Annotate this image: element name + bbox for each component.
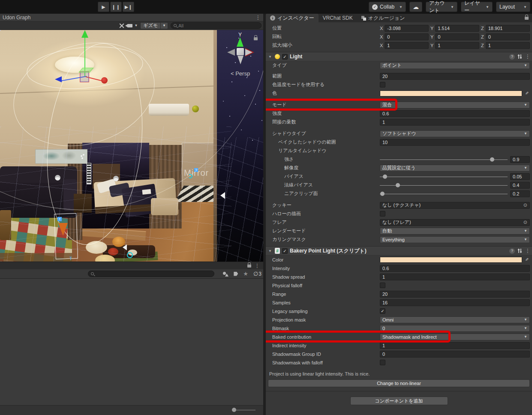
slider-value-field[interactable]: 0.2 (510, 190, 530, 197)
dropdown-9[interactable]: Shadowmask and Indirect▼ (380, 334, 530, 340)
value-field[interactable]: 1 (380, 274, 530, 280)
object-field[interactable]: なし (フレア)⊙ (380, 219, 530, 226)
change-to-nonlinear-button[interactable]: Change to non-linear (268, 379, 530, 387)
tools-icon[interactable] (119, 23, 125, 29)
search-by-type-icon[interactable] (223, 271, 228, 277)
transform-value-field[interactable]: 1 (385, 42, 429, 49)
gizmo-left-cone[interactable] (227, 49, 235, 56)
cloud-button[interactable]: ☁ (409, 2, 422, 12)
value-field[interactable]: 0.6 (380, 110, 530, 117)
value-field[interactable]: 20 (380, 291, 530, 298)
eyedropper-icon[interactable]: ✎ (524, 257, 530, 262)
transform-value-field[interactable]: 0 (385, 33, 429, 40)
transform-value-field[interactable]: 1 (435, 42, 479, 49)
dropdown-19[interactable]: Everything▼ (380, 236, 530, 243)
search-by-label-icon[interactable] (234, 272, 238, 276)
slider-knob[interactable] (383, 174, 387, 179)
transform-value-field[interactable]: 1.514 (435, 25, 479, 32)
speaker-icon[interactable] (123, 244, 127, 250)
component-header-light[interactable]: ▼✓Light?⋮ (266, 52, 532, 61)
value-field[interactable]: 20 (380, 73, 530, 80)
scene-search-input[interactable] (178, 23, 258, 28)
gizmos-dropdown[interactable]: ギズモ ▼ (140, 22, 168, 29)
dropdown-18[interactable]: 自動▼ (380, 228, 530, 235)
slider-value-field[interactable]: 0.9 (510, 156, 530, 163)
gizmo-axis-x-cone[interactable] (55, 76, 62, 82)
slider-track-area[interactable] (380, 173, 508, 180)
gizmo-axis-z-cone[interactable] (101, 77, 108, 84)
scene-viewport[interactable]: Mirror T (0, 30, 263, 262)
component-enabled-checkbox[interactable]: ✓ (282, 54, 288, 60)
slider-knob[interactable] (380, 192, 385, 196)
dropdown-7[interactable]: Omni▼ (380, 316, 530, 323)
help-icon[interactable]: ? (509, 54, 515, 60)
dropdown-8[interactable]: 0▼ (380, 325, 530, 332)
project-lock-icon[interactable] (247, 263, 251, 268)
checkbox[interactable] (380, 82, 385, 87)
object-picker-icon[interactable]: ⊙ (523, 220, 527, 225)
account-dropdown[interactable]: アカウント ▼ (426, 2, 457, 12)
checkbox[interactable] (380, 283, 385, 288)
checkbox[interactable] (380, 211, 385, 217)
value-field[interactable]: 10 (380, 139, 530, 146)
reflection-probe-icon-2[interactable] (113, 176, 119, 181)
pause-button[interactable]: ❙❙ (110, 2, 122, 12)
foldout-arrow-icon[interactable]: ▼ (268, 55, 273, 59)
object-picker-icon[interactable]: ⊙ (523, 202, 527, 208)
component-header-bakery[interactable]: ▼#✓Bakery Point Light (スクリプト)?⋮ (266, 246, 532, 256)
tab-inspector[interactable]: i インスペクター (266, 14, 319, 22)
icon-zoom-slider[interactable] (232, 410, 255, 410)
persp-label[interactable]: < Persp (231, 70, 250, 77)
inspector-lock-icon[interactable] (525, 15, 529, 21)
collab-dropdown[interactable]: ✓ Collab ▼ (369, 2, 406, 12)
project-search-input[interactable] (96, 271, 211, 277)
help-icon[interactable]: ? (509, 248, 515, 254)
transform-value-field[interactable]: 1 (486, 42, 530, 49)
value-field[interactable]: 0.6 (380, 265, 530, 272)
value-field[interactable]: 1 (380, 119, 530, 126)
step-button[interactable]: ▶❙ (123, 2, 134, 12)
scene-lock-icon[interactable] (254, 36, 258, 41)
reflection-probe-icon[interactable] (55, 175, 60, 180)
presets-icon[interactable] (517, 54, 522, 59)
gizmo-y-cone[interactable] (237, 37, 243, 47)
checkbox[interactable] (380, 360, 385, 365)
udon-graph-tab[interactable]: Udon Graph (3, 15, 30, 21)
checkbox[interactable]: ✓ (380, 308, 385, 314)
slider-knob[interactable] (490, 157, 494, 162)
slider-track-area[interactable] (380, 156, 508, 163)
eyedropper-icon[interactable]: ✎ (524, 91, 530, 96)
dropdown-7[interactable]: ソフトシャドウ▼ (380, 130, 530, 137)
value-field[interactable]: 0 (380, 351, 530, 358)
dropdown-4[interactable]: 混合▼ (380, 102, 530, 108)
gizmo-center-box[interactable] (237, 48, 244, 55)
foldout-arrow-icon[interactable]: ▼ (268, 249, 273, 253)
transform-value-field[interactable]: 0 (486, 33, 530, 40)
slider-track-area[interactable] (380, 182, 508, 189)
dropdown-11[interactable]: 品質設定に従う▼ (380, 165, 530, 171)
play-button[interactable]: ▶ (98, 2, 109, 12)
gizmo-center-cube[interactable] (80, 71, 89, 82)
gizmo-down-cone[interactable] (237, 56, 243, 64)
camera-dropdown[interactable]: ▼ (127, 24, 138, 27)
dropdown-0[interactable]: ポイント▼ (380, 62, 530, 69)
gizmo-axis-y-cone[interactable] (81, 30, 88, 38)
project-content-area[interactable] (0, 279, 263, 405)
component-menu-icon[interactable]: ⋮ (525, 54, 530, 60)
transform-value-field[interactable]: 18.901 (486, 25, 530, 32)
object-field[interactable]: なし (テクスチャ)⊙ (380, 202, 530, 209)
layers-dropdown[interactable]: レイヤー ▼ (461, 2, 493, 12)
value-field[interactable]: 1 (380, 342, 530, 349)
speaker-icon-2[interactable] (220, 192, 225, 199)
presets-icon[interactable] (517, 248, 522, 253)
slider-value-field[interactable]: 0.4 (510, 182, 530, 189)
portal-cone[interactable] (58, 223, 68, 236)
color-swatch[interactable] (380, 90, 522, 96)
color-swatch[interactable] (380, 257, 522, 263)
layout-dropdown[interactable]: Layout ▼ (496, 2, 530, 12)
tab-occlusion[interactable]: オクルージョン (357, 14, 409, 22)
transform-value-field[interactable]: 0 (435, 33, 479, 40)
hidden-count-badge[interactable]: ∅3 (253, 271, 261, 277)
slider-knob[interactable] (396, 183, 400, 187)
slider-value-field[interactable]: 0.05 (510, 173, 530, 180)
